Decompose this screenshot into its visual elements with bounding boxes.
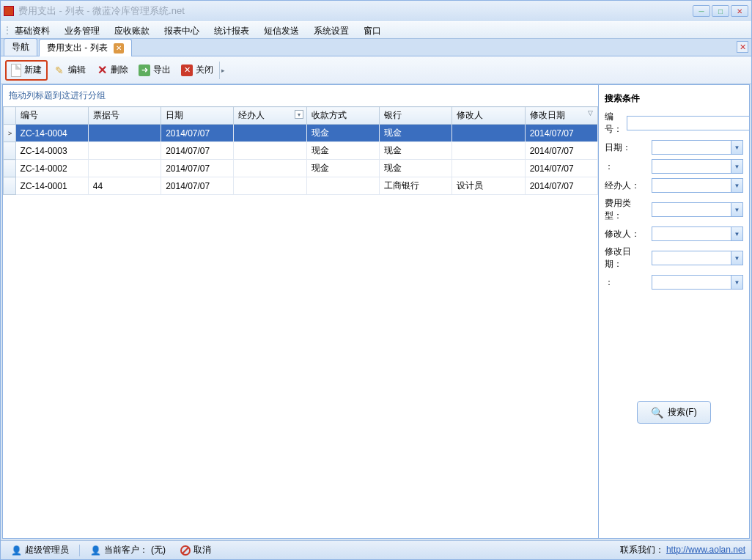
label-number: 编号: [605, 111, 622, 136]
edit-button[interactable]: ✎ 编辑: [49, 61, 90, 79]
input-modifier[interactable]: [652, 226, 743, 241]
column-header[interactable]: 票据号: [88, 107, 161, 125]
dropdown-icon[interactable]: ▼: [731, 179, 742, 192]
cell: [88, 160, 161, 177]
dropdown-icon[interactable]: ▼: [731, 251, 742, 265]
cell: 2014/07/07: [161, 177, 234, 195]
dropdown-icon[interactable]: ▼: [731, 276, 742, 289]
menu-item[interactable]: 业务管理: [57, 22, 107, 38]
contact-label: 联系我们：: [620, 545, 664, 555]
close-button[interactable]: ✕ 关闭: [177, 61, 218, 79]
data-grid[interactable]: 编号票据号日期经办人▾收款方式银行修改人修改日期 >ZC-14-00042014…: [3, 106, 598, 538]
delete-button[interactable]: ✕ 删除: [92, 61, 133, 79]
window-title: 费用支出 - 列表 - 微蓝冷库管理系统.net: [18, 4, 185, 18]
new-button[interactable]: 新建: [5, 60, 48, 81]
tab-nav[interactable]: 导航: [4, 38, 37, 56]
status-customer-value: (无): [151, 544, 166, 556]
dropdown-icon[interactable]: ▼: [731, 203, 742, 216]
input-date-to[interactable]: [652, 159, 743, 174]
cell: 2014/07/07: [525, 160, 597, 177]
app-icon: [4, 6, 14, 16]
cell: 现金: [380, 160, 452, 177]
contact-link[interactable]: http://www.aolan.net: [666, 545, 745, 555]
menu-item[interactable]: 应收账款: [107, 22, 157, 38]
menubar: ⋮ 基础资料业务管理应收账款报表中心统计报表短信发送系统设置窗口: [1, 21, 751, 39]
cancel-icon: [180, 545, 191, 556]
new-icon: [11, 64, 21, 77]
search-button[interactable]: 🔍 搜索(F): [637, 401, 710, 424]
minimize-button[interactable]: ─: [693, 5, 710, 17]
group-by-zone[interactable]: 拖动列标题到这进行分组: [3, 85, 598, 106]
table-row[interactable]: ZC-14-0001442014/07/07工商银行设计员2014/07/07: [4, 177, 598, 195]
dropdown-icon[interactable]: ▼: [731, 160, 742, 173]
toolbar: 新建 ✎ 编辑 ✕ 删除 ➜ 导出 ✕ 关闭 ▸: [1, 56, 751, 84]
input-mod-date-from[interactable]: [652, 251, 743, 265]
tabstrip: 导航 费用支出 - 列表 ✕ ✕: [1, 39, 751, 56]
column-header[interactable]: 修改日期: [525, 107, 597, 125]
edit-icon: ✎: [54, 65, 65, 76]
customer-icon: 👤: [90, 545, 101, 556]
maximize-button[interactable]: □: [712, 5, 729, 17]
table-row[interactable]: >ZC-14-00042014/07/07现金现金2014/07/07: [4, 125, 598, 142]
window-close-button[interactable]: ✕: [731, 5, 748, 17]
input-date-from[interactable]: [652, 140, 743, 155]
dropdown-icon[interactable]: ▼: [731, 227, 742, 240]
statusbar: 👤 超级管理员 👤 当前客户： (无) 取消 联系我们： http://www.…: [1, 540, 751, 559]
cell: [88, 142, 161, 160]
cell: [452, 142, 525, 160]
titlebar: 费用支出 - 列表 - 微蓝冷库管理系统.net ─ □ ✕: [1, 1, 751, 21]
toolbar-overflow[interactable]: ▸: [219, 62, 226, 79]
menu-item[interactable]: 系统设置: [306, 22, 356, 38]
cell: 工商银行: [380, 177, 452, 195]
cell: 44: [88, 177, 161, 195]
cell: 现金: [380, 125, 452, 142]
label-type: 费用类型: [605, 197, 647, 222]
tab-expense-list[interactable]: 费用支出 - 列表 ✕: [39, 39, 132, 56]
cancel-button[interactable]: 取消: [176, 544, 215, 556]
menu-item[interactable]: 基础资料: [7, 22, 57, 38]
menu-item[interactable]: 报表中心: [157, 22, 207, 38]
cell: 设计员: [452, 177, 525, 195]
close-icon: ✕: [181, 65, 193, 76]
cell: [452, 125, 525, 142]
menu-item[interactable]: 短信发送: [257, 22, 306, 38]
filter-icon[interactable]: ▾: [295, 110, 303, 119]
input-handler[interactable]: [652, 178, 743, 193]
status-customer-label: 当前客户：: [104, 544, 148, 556]
status-user: 超级管理员: [25, 544, 69, 556]
tab-close-icon[interactable]: ✕: [114, 43, 124, 54]
cell: [306, 177, 379, 195]
table-row[interactable]: ZC-14-00022014/07/07现金现金2014/07/07: [4, 160, 598, 177]
column-header[interactable]: 日期: [161, 107, 234, 125]
cell: [452, 160, 525, 177]
input-number[interactable]: [627, 116, 750, 130]
cell: 2014/07/07: [525, 125, 597, 142]
column-header[interactable]: 经办人▾: [234, 107, 306, 125]
cell: ZC-14-0004: [15, 125, 88, 142]
menu-item[interactable]: 窗口: [356, 22, 388, 38]
cell: [234, 142, 306, 160]
search-title: 搜索条件: [605, 89, 743, 111]
input-type[interactable]: [652, 202, 743, 217]
dropdown-icon[interactable]: ▼: [731, 141, 742, 154]
input-mod-date-to[interactable]: [652, 275, 743, 290]
column-header[interactable]: 银行: [380, 107, 452, 125]
column-header[interactable]: 收款方式: [306, 107, 379, 125]
delete-icon: ✕: [96, 65, 108, 76]
cell: 现金: [306, 160, 379, 177]
export-icon: ➜: [139, 65, 150, 76]
search-icon: 🔍: [651, 407, 663, 419]
export-button[interactable]: ➜ 导出: [134, 61, 175, 79]
table-row[interactable]: ZC-14-00032014/07/07现金现金2014/07/07: [4, 142, 598, 160]
cell: 2014/07/07: [161, 125, 234, 142]
cell: 2014/07/07: [525, 177, 597, 195]
tabstrip-close-button[interactable]: ✕: [737, 41, 748, 53]
column-header[interactable]: 修改人: [452, 107, 525, 125]
cell: ZC-14-0002: [15, 160, 88, 177]
user-icon: 👤: [11, 545, 22, 556]
cell: 现金: [380, 142, 452, 160]
cell: 现金: [306, 125, 379, 142]
column-header[interactable]: 编号: [15, 107, 88, 125]
cell: [234, 177, 306, 195]
menu-item[interactable]: 统计报表: [207, 22, 257, 38]
